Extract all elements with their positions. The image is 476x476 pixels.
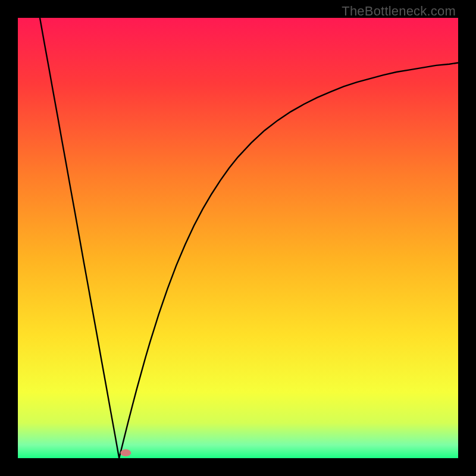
- chart-frame: [18, 18, 458, 458]
- attribution-label: TheBottleneck.com: [342, 4, 456, 19]
- gradient-bg: [18, 18, 458, 458]
- notch-marker: [120, 449, 131, 456]
- chart-svg: [18, 18, 458, 458]
